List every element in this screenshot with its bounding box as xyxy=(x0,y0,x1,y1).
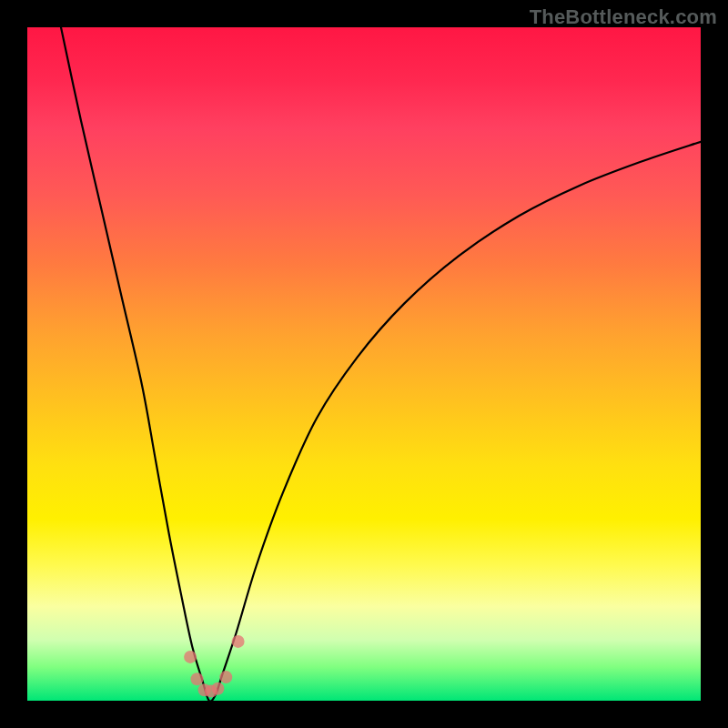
watermark-label: TheBottleneck.com xyxy=(530,5,717,29)
chart-frame: TheBottleneck.com xyxy=(0,0,728,728)
plot-gradient-background xyxy=(27,27,701,701)
